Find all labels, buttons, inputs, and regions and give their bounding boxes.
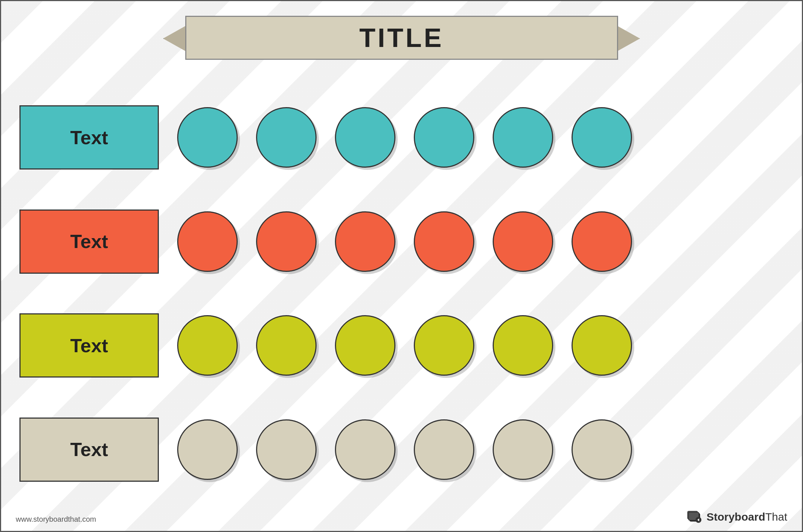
circle-orange-3 [335,211,395,272]
storyboard-icon [687,510,703,524]
circle-yellow-4 [414,315,474,376]
page: TITLE Text Text [0,0,803,532]
row-label-text-yellow: Text [70,335,108,357]
row-yellow: Text [19,313,784,378]
row-label-orange: Text [19,209,159,274]
branding-light: That [765,511,787,523]
row-teal: Text [19,105,784,170]
circle-beige-2 [256,419,317,480]
circle-beige-1 [177,419,238,480]
website-url: www.storyboardthat.com [16,515,96,524]
row-label-text-orange: Text [70,230,108,252]
circles-group-beige [177,419,784,480]
circles-group-orange [177,211,784,272]
circle-teal-3 [335,107,395,168]
row-label-text-teal: Text [70,127,108,149]
circles-group-yellow [177,315,784,376]
circle-yellow-3 [335,315,395,376]
page-title: TITLE [359,23,444,53]
circle-yellow-2 [256,315,317,376]
circle-teal-2 [256,107,317,168]
circle-teal-6 [572,107,632,168]
circle-beige-6 [572,419,632,480]
row-label-beige: Text [19,418,159,482]
circle-orange-6 [572,211,632,272]
branding: StoryboardThat [687,510,787,524]
circle-yellow-6 [572,315,632,376]
circle-orange-1 [177,211,238,272]
row-orange: Text [19,209,784,274]
circle-yellow-1 [177,315,238,376]
circle-teal-5 [493,107,553,168]
circle-teal-4 [414,107,474,168]
circle-yellow-5 [493,315,553,376]
row-label-text-beige: Text [70,438,108,460]
circle-beige-3 [335,419,395,480]
banner-main: TITLE [185,16,618,60]
row-beige: Text [19,418,784,482]
banner-shape: TITLE [163,12,640,63]
title-banner: TITLE [163,12,640,63]
circle-teal-1 [177,107,238,168]
circle-orange-2 [256,211,317,272]
circle-orange-4 [414,211,474,272]
rows-container: Text Text [19,78,784,509]
circles-group-teal [177,107,784,168]
row-label-yellow: Text [19,313,159,378]
branding-label: StoryboardThat [707,511,787,523]
circle-beige-5 [493,419,553,480]
circle-beige-4 [414,419,474,480]
branding-bold: Storyboard [707,511,765,523]
circle-orange-5 [493,211,553,272]
row-label-teal: Text [19,105,159,170]
